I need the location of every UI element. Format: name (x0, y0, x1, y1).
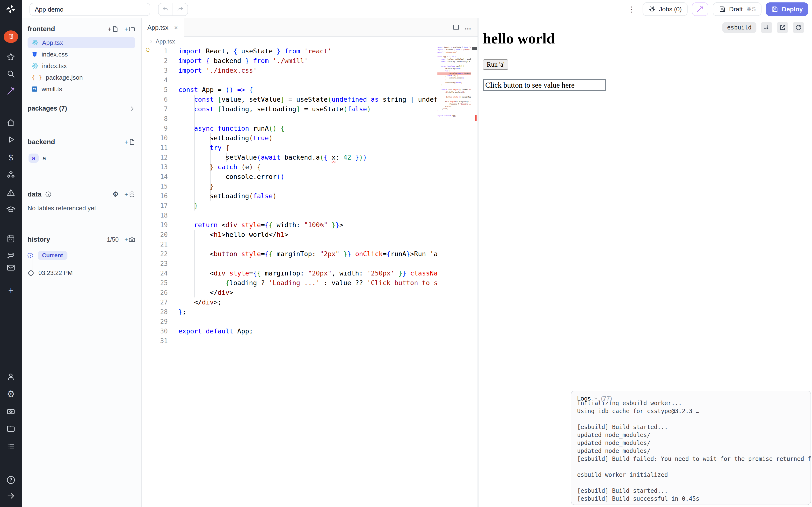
css3-icon: 3 (32, 51, 38, 57)
breadcrumb[interactable]: App.tsx (142, 37, 477, 46)
data-section-header: data ⚙ + (28, 190, 135, 198)
frontend-title: frontend (28, 25, 55, 33)
logs-count: (77) (601, 395, 612, 402)
backend-script-row[interactable]: a a (28, 154, 135, 163)
settings-gear-icon[interactable]: ⚙ (0, 389, 22, 399)
script-badge: a (29, 154, 39, 163)
save-icon (718, 6, 726, 13)
flows-route-icon[interactable] (0, 250, 22, 261)
add-plus-icon[interactable]: + (0, 285, 22, 295)
undo-button[interactable] (158, 3, 173, 16)
learn-cap-icon[interactable] (0, 204, 22, 215)
data-empty-text: No tables referenced yet (28, 205, 135, 212)
open-in-new-tab-button[interactable] (777, 22, 788, 33)
help-icon[interactable] (0, 475, 22, 485)
folders-icon[interactable] (0, 424, 22, 434)
app-name-input[interactable] (30, 3, 150, 16)
chevron-right-icon (129, 105, 135, 112)
more-menu-icon[interactable]: ⋮ (625, 5, 638, 13)
packages-section-header[interactable]: packages (7) (28, 105, 135, 112)
file-explorer-panel: frontend + + App.tsx 3 index.css (22, 18, 142, 507)
deploy-button[interactable]: Deploy (766, 2, 808, 16)
logs-panel: Logs (77) Initializing esbuild worker...… (571, 391, 811, 505)
code-editor[interactable]: 1234567891011121314151617181920212223242… (142, 46, 477, 507)
file-icon (112, 25, 119, 32)
editor-tabbar: App.tsx × … (142, 18, 477, 37)
code-lines[interactable]: import React, { useState } from 'react'i… (179, 46, 438, 346)
editor-scrollbar[interactable] (471, 46, 477, 507)
svg-text:TS: TS (33, 88, 36, 91)
ai-wand-icon[interactable] (0, 86, 22, 97)
draft-shortcut: ⌘S (746, 6, 756, 12)
timeline-connector (32, 258, 33, 270)
select-cursor-icon (763, 24, 770, 31)
file-row-index-css[interactable]: 3 index.css (28, 49, 135, 60)
timeline-current-icon (28, 253, 33, 258)
minimap[interactable]: import React, { useState } from 'react'i… (438, 46, 471, 507)
log-output[interactable]: Initializing esbuild worker...Using idb … (571, 399, 811, 503)
braces-icon: { } (32, 74, 42, 81)
file-row-package-json[interactable]: { } package.json (28, 72, 135, 83)
expand-arrow-icon[interactable] (0, 491, 22, 501)
file-row-wmill-ts[interactable]: TS wmill.ts (28, 83, 135, 95)
history-section-header: history 1/50 + (28, 236, 135, 243)
editor-more-icon[interactable]: … (464, 23, 472, 31)
data-settings-gear-icon[interactable]: ⚙ (113, 190, 119, 198)
active-app-icon[interactable] (0, 31, 22, 43)
refresh-preview-button[interactable] (793, 22, 804, 33)
save-icon (771, 6, 778, 13)
scrollbar-thumb[interactable] (472, 47, 477, 50)
packages-title: packages (7) (28, 105, 67, 112)
react-icon (32, 39, 38, 46)
info-icon (45, 191, 52, 198)
spend-dollar-icon[interactable]: $ (0, 152, 22, 163)
favorites-star-icon[interactable] (0, 52, 22, 62)
workers-icon[interactable] (0, 406, 22, 417)
file-icon (129, 138, 135, 145)
ai-assistant-button[interactable] (692, 2, 708, 16)
runs-play-icon[interactable] (0, 134, 22, 145)
run-a-button[interactable]: Run 'a' (483, 59, 508, 70)
external-link-icon (779, 24, 786, 31)
file-row-app-tsx[interactable]: App.tsx (28, 37, 135, 48)
mail-icon[interactable] (0, 262, 22, 273)
draft-button[interactable]: Draft ⌘S (713, 2, 761, 16)
add-folder-button[interactable]: + (124, 25, 135, 33)
schedules-calendar-icon[interactable] (0, 233, 22, 244)
bundler-badge: esbuild (722, 22, 756, 33)
frontend-section-header: frontend + + (28, 25, 135, 33)
data-title: data (28, 190, 42, 198)
split-editor-icon[interactable] (452, 24, 460, 31)
panel-splitter[interactable] (477, 18, 478, 507)
inspect-element-button[interactable] (761, 22, 772, 33)
chevron-down-icon[interactable] (593, 396, 598, 401)
audit-list-icon[interactable] (0, 441, 22, 451)
redo-button[interactable] (173, 3, 188, 16)
variables-prism-icon[interactable] (0, 187, 22, 198)
preview-heading: hello world (483, 30, 555, 47)
add-database-button[interactable]: + (124, 190, 135, 198)
add-snapshot-button[interactable]: + (124, 236, 135, 243)
logs-title[interactable]: Logs (577, 395, 591, 402)
code-editor-panel: App.tsx × … App.tsx 12345678910111213141… (142, 18, 477, 507)
tab-app-tsx[interactable]: App.tsx × (142, 18, 184, 37)
redo-icon (176, 6, 184, 13)
history-count: 1/50 (107, 236, 119, 243)
refresh-icon (795, 24, 802, 31)
file-row-index-tsx[interactable]: index.tsx (28, 60, 135, 71)
timeline-point-icon (28, 270, 34, 276)
windmill-logo-icon[interactable] (0, 3, 22, 15)
close-tab-icon[interactable]: × (174, 24, 178, 32)
left-rail: $ + ⚙ (0, 0, 22, 507)
search-icon[interactable] (0, 68, 22, 79)
windmill-app-editor: $ + ⚙ (0, 0, 812, 507)
add-file-button[interactable]: + (108, 25, 119, 33)
jobs-button[interactable]: Jobs (0) (643, 2, 688, 16)
user-icon[interactable] (0, 371, 22, 382)
add-script-button[interactable]: + (124, 138, 135, 146)
svg-text:3: 3 (34, 53, 35, 56)
history-entry-time[interactable]: 03:23:22 PM (28, 270, 73, 276)
home-icon[interactable] (0, 117, 22, 128)
history-entry-current[interactable]: Current (28, 251, 135, 260)
resources-cubes-icon[interactable] (0, 169, 22, 180)
